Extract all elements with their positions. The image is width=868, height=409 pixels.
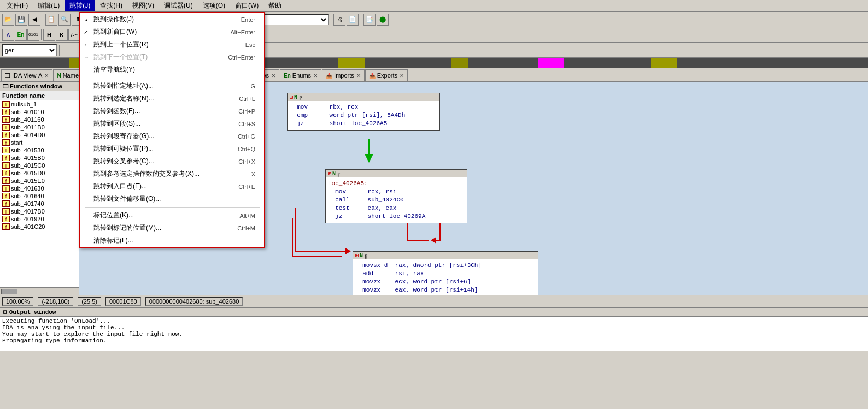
func-12[interactable]: f sub_401640 (0, 192, 79, 200)
tab-ida-close[interactable]: ✕ (44, 73, 49, 79)
jump-menu-item-1[interactable]: ↗ 跳到新窗口(W) Alt+Enter (80, 26, 264, 38)
menu-jump[interactable]: 跳转(J) (65, 0, 95, 11)
tab-imports-close[interactable]: ✕ (356, 73, 361, 79)
jump-menu: ↳ 跳到操作数(J) Enter ↗ 跳到新窗口(W) Alt+Enter ← … (79, 12, 265, 248)
jump-menu-item-12[interactable]: 跳转到交叉参考(C)... Ctrl+X (80, 155, 264, 168)
func-7[interactable]: f sub_4015B0 (0, 154, 79, 162)
toolbar-print2[interactable]: 📄 (347, 14, 359, 26)
func-15[interactable]: f sub_401920 (0, 215, 79, 223)
jump-item-2-shortcut: Esc (245, 42, 255, 48)
menu-edit[interactable]: 编辑(E) (33, 0, 64, 11)
jump-menu-item-4[interactable]: 清空导航线(Y) (80, 63, 264, 76)
jump-menu-item-7[interactable]: 跳转到选定名称(N)... Ctrl+L (80, 92, 264, 105)
menu-view[interactable]: 视图(V) (128, 0, 159, 11)
toolbar-btn4[interactable]: 🔍 (58, 14, 71, 26)
toolbar-k[interactable]: K (56, 29, 68, 41)
jump-item-9-shortcut: Ctrl+S (238, 121, 255, 127)
func-9[interactable]: f sub_4015D0 (0, 169, 79, 177)
tab-exports[interactable]: 📤 Exports ✕ (365, 69, 408, 81)
func-2[interactable]: f sub_401160 (0, 116, 79, 123)
block2-icon: ⊞ (328, 170, 331, 177)
toolbar-tilde[interactable]: /-~ (68, 29, 80, 41)
func-3[interactable]: f sub_4011B0 (0, 123, 79, 131)
func-16[interactable]: f sub_401C20 (0, 223, 79, 230)
jump-menu-item-9[interactable]: 跳转到区段(S)... Ctrl+S (80, 117, 264, 130)
func-13[interactable]: f sub_401740 (0, 200, 79, 208)
func-label-2: sub_401160 (11, 116, 44, 123)
jump-item-18-label: 跳转到标记的位置(M)... (93, 223, 161, 233)
jump-menu-item-14[interactable]: 跳转到入口点(E)... Ctrl+E (80, 180, 264, 193)
func-10[interactable]: f sub_4015E0 (0, 177, 79, 185)
tab-imports[interactable]: 📥 Imports ✕ (322, 69, 365, 81)
tab-enums[interactable]: En Enums ✕ (280, 69, 321, 81)
jump-menu-item-18[interactable]: 跳转到标记的位置(M)... Ctrl+M (80, 222, 264, 234)
func-icon-6: f (2, 147, 10, 153)
func-icon-16: f (2, 223, 10, 230)
tab-exports-close[interactable]: ✕ (400, 73, 404, 79)
jump-item-3-label: 跳到下一个位置(T) (93, 52, 148, 62)
menu-search[interactable]: 查找(H) (96, 0, 127, 11)
func-icon-15: f (2, 216, 10, 222)
jump-menu-item-3[interactable]: → 跳到下一个位置(T) Ctrl+Enter (80, 51, 264, 63)
func-start[interactable]: f start (0, 139, 79, 146)
sep10 (41, 29, 42, 40)
toolbar-green-circle[interactable]: ⬤ (377, 14, 389, 26)
func-6[interactable]: f sub_401530 (0, 146, 79, 154)
menu-help[interactable]: 帮助 (264, 0, 286, 11)
jump-menu-item-2[interactable]: ← 跳到上一个位置(R) Esc (80, 38, 264, 51)
tab-names-icon: N (57, 73, 61, 79)
tab-ida-view[interactable]: 🗖 IDA View-A ✕ (1, 69, 52, 81)
tab-struct-close[interactable]: ✕ (271, 73, 275, 79)
jump-item-11-shortcut: Ctrl+Q (238, 146, 255, 152)
menu-options[interactable]: 选项(O) (198, 0, 230, 11)
jump-item-0-label: 跳到操作数(J) (93, 15, 134, 24)
toolbar-combo3[interactable] (263, 14, 329, 25)
func-14[interactable]: f sub_4017B0 (0, 208, 79, 215)
toolbar-hex[interactable]: A (2, 29, 14, 41)
block1-title-n: N (294, 94, 297, 100)
toolbar-h[interactable]: H (43, 29, 55, 41)
func-label-16: sub_401C20 (11, 223, 45, 230)
func-1[interactable]: f sub_401010 (0, 108, 79, 116)
toolbar-en[interactable]: En (15, 29, 27, 41)
jump-item-13-label: 跳到参考选定操作数的交叉参考(X)... (93, 169, 200, 179)
func-4[interactable]: f sub_4014D0 (0, 131, 79, 139)
func-8[interactable]: f sub_4015C0 (0, 162, 79, 169)
jump-menu-item-8[interactable]: 跳转到函数(F)... Ctrl+P (80, 105, 264, 117)
toolbar-btn3[interactable]: 📋 (45, 14, 57, 26)
jump-menu-item-15[interactable]: 跳转到文件偏移量(O)... (80, 193, 264, 205)
jump-menu-item-6[interactable]: 跳转到指定地址(A)... G (80, 80, 264, 92)
toolbar-save[interactable]: 💾 (15, 14, 27, 26)
tab-enums-label: Enums (292, 72, 311, 79)
toolbar-back[interactable]: ◀ (28, 14, 40, 26)
functions-window: 🗖 Functions window Function name f nulls… (0, 82, 79, 295)
scroll-thumb[interactable] (1, 289, 17, 294)
menu-file[interactable]: 文件(F) (2, 0, 32, 11)
menu-window[interactable]: 窗口(W) (231, 0, 263, 11)
toolbar-01[interactable]: 0101 (27, 29, 39, 41)
func-nullsub[interactable]: f nullsub_1 (0, 100, 79, 108)
tab-enums-close[interactable]: ✕ (313, 73, 318, 79)
jump-item-9-label: 跳转到区段(S)... (93, 119, 140, 128)
svg-marker-4 (431, 237, 436, 244)
jump-menu-item-10[interactable]: 跳转到段寄存器(G)... Ctrl+G (80, 130, 264, 143)
jump-menu-item-11[interactable]: 跳转到可疑位置(P)... Ctrl+Q (80, 143, 264, 155)
jump-sep-1 (85, 78, 260, 78)
functions-list[interactable]: f nullsub_1 f sub_401010 f sub_401160 f … (0, 100, 79, 287)
status-cursor: (25,5) (78, 297, 101, 306)
func-label-5: start (11, 139, 22, 146)
jump-menu-item-19[interactable]: 清除标记(L)... (80, 234, 264, 247)
toolbar-doc[interactable]: 📑 (363, 14, 376, 26)
menu-debugger[interactable]: 调试器(U) (160, 0, 197, 11)
func-label-9: sub_4015D0 (11, 170, 45, 176)
toolbar-print1[interactable]: 🖨 (333, 14, 345, 26)
nav-combo-left[interactable]: ger (2, 44, 57, 56)
toolbar-open[interactable]: 📂 (2, 14, 14, 26)
status-offset: 00001C80 (105, 297, 141, 306)
func-icon-5: f (2, 139, 10, 146)
jump-menu-item-17[interactable]: 标记位置(K)... Alt+M (80, 209, 264, 222)
jump-menu-item-0[interactable]: ↳ 跳到操作数(J) Enter (80, 13, 264, 26)
jump-menu-item-13[interactable]: 跳到参考选定操作数的交叉参考(X)... X (80, 168, 264, 180)
sidebar-hscrollbar[interactable] (0, 287, 79, 295)
func-11[interactable]: f sub_401630 (0, 185, 79, 192)
